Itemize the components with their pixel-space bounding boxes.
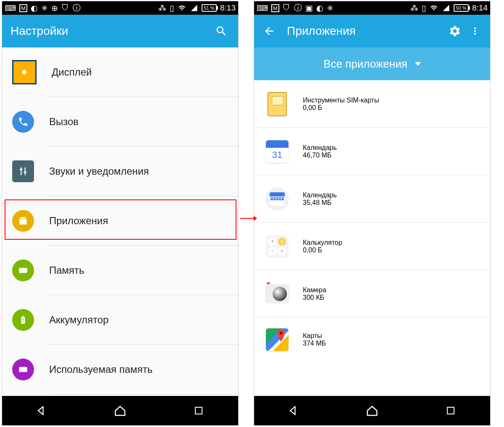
gmail-icon: M	[19, 4, 27, 12]
signal-icon	[442, 4, 450, 12]
settings-item-display[interactable]: Дисплей	[2, 47, 238, 97]
app-size: 46,70 МБ	[303, 152, 337, 159]
keyboard-icon: ⌨	[5, 3, 16, 13]
settings-button[interactable]	[445, 25, 465, 37]
globe-icon: ⊕	[51, 3, 58, 13]
settings-list: Дисплей Вызов Звуки и уведомления	[2, 47, 238, 396]
vibrate-icon: ▯	[170, 3, 174, 13]
settings-item-label: Вызов	[49, 116, 79, 128]
snowflake-icon: ✳	[41, 3, 48, 13]
bluetooth-icon: ⁂	[158, 3, 166, 13]
settings-item-label: Звуки и уведомления	[49, 165, 149, 177]
nav-recent-button[interactable]	[443, 403, 458, 418]
snowflake-icon: ✳	[327, 3, 333, 13]
settings-item-battery[interactable]: Аккумулятор	[2, 295, 238, 345]
memory-used-icon	[12, 359, 34, 380]
settings-item-label: Используемая память	[49, 364, 152, 375]
battery-icon: 51 %	[202, 4, 217, 12]
app-name: Камера	[303, 286, 326, 294]
image-icon: ▣	[305, 3, 313, 13]
nav-home-button[interactable]	[365, 403, 380, 418]
clock-text: 8:14	[472, 3, 488, 13]
app-size: 0,00 Б	[303, 246, 342, 254]
search-button[interactable]	[213, 25, 230, 37]
phone-right: ⌨ M ⛉ ⓘ ▣ ◐ ✳ ⁂ ▯ 50 % 8:14 Приложения	[254, 1, 491, 426]
vibrate-icon: ▯	[422, 3, 426, 13]
chevron-down-icon	[415, 62, 421, 66]
keyboard-icon: ⌨	[257, 3, 268, 13]
app-size: 35,48 МБ	[303, 199, 337, 207]
sliders-icon	[12, 160, 34, 182]
arrow-left-icon	[263, 25, 276, 37]
app-name: Календарь	[303, 144, 337, 152]
settings-item-apps[interactable]: Приложения	[2, 196, 238, 246]
memory-icon	[12, 259, 34, 281]
wifi-icon	[429, 4, 438, 12]
settings-item-used-memory[interactable]: Используемая память	[2, 345, 238, 394]
clock-text: 8:13	[220, 3, 236, 13]
call-icon	[12, 111, 34, 133]
gmail-icon: M	[271, 4, 279, 12]
status-right-icons: ⁂ ▯ 50 % 8:14	[410, 3, 488, 13]
phone-left: ⌨ M ◐ ✳ ⊕ ⛉ ⓘ ⁂ ▯ 51 % 8:13 Настройки	[2, 1, 239, 426]
settings-item-sounds[interactable]: Звуки и уведомления	[2, 147, 238, 196]
app-item-calendar[interactable]: Календарь 35,48 МБ	[254, 175, 490, 223]
wifi-icon	[177, 4, 186, 12]
app-item-google-calendar[interactable]: 31 Календарь 46,70 МБ	[254, 128, 490, 175]
shield-icon: ⛉	[283, 3, 291, 13]
battery-text: 50 %	[456, 5, 466, 10]
settings-item-call[interactable]: Вызов	[2, 97, 238, 147]
apps-icon	[12, 210, 34, 232]
page-title: Приложения	[279, 24, 445, 38]
more-vert-icon	[470, 26, 480, 37]
status-bar: ⌨ M ◐ ✳ ⊕ ⛉ ⓘ ⁂ ▯ 51 % 8:13	[2, 1, 238, 15]
google-maps-icon	[264, 327, 290, 353]
settings-item-label: Аккумулятор	[49, 314, 109, 326]
calculator-icon: + c − =	[264, 233, 290, 259]
nav-back-button[interactable]	[34, 403, 49, 418]
nav-back-button[interactable]	[286, 403, 301, 418]
app-item-maps[interactable]: Карты 374 МБ	[254, 317, 490, 362]
battery-icon	[12, 309, 34, 331]
back-button[interactable]	[259, 25, 279, 37]
shield-icon: ⛉	[61, 3, 69, 13]
status-bar: ⌨ M ⛉ ⓘ ▣ ◐ ✳ ⁂ ▯ 50 % 8:14	[254, 1, 490, 15]
app-bar: Приложения	[254, 15, 490, 47]
status-left-icons: ⌨ M ⛉ ⓘ ▣ ◐ ✳	[257, 3, 333, 13]
settings-item-memory[interactable]: Память	[2, 246, 238, 295]
app-size: 300 КБ	[303, 294, 326, 301]
nav-recent-button[interactable]	[191, 403, 206, 418]
overflow-button[interactable]	[465, 26, 485, 37]
svg-rect-0	[195, 407, 202, 414]
calendar-icon	[264, 186, 290, 212]
battery-text: 51 %	[204, 5, 214, 10]
svg-rect-2	[447, 407, 454, 414]
status-right-icons: ⁂ ▯ 51 % 8:13	[158, 3, 236, 13]
svg-point-1	[280, 331, 283, 334]
apps-list: Инструменты SIM-карты 0,00 Б 31 Календар…	[254, 80, 490, 396]
app-item-camera[interactable]: Камера 300 КБ	[254, 270, 490, 317]
battery-icon: 50 %	[454, 4, 469, 12]
bluetooth-icon: ⁂	[410, 3, 418, 13]
status-left-icons: ⌨ M ◐ ✳ ⊕ ⛉ ⓘ	[5, 3, 81, 13]
info-icon: ⓘ	[73, 3, 81, 13]
app-name: Календарь	[303, 191, 337, 199]
filter-dropdown[interactable]: Все приложения	[254, 47, 490, 80]
app-item-sim-tools[interactable]: Инструменты SIM-карты 0,00 Б	[254, 80, 490, 128]
app-item-calculator[interactable]: + c − = Калькулятор 0,00 Б	[254, 223, 490, 270]
settings-item-label: Дисплей	[52, 66, 92, 78]
camera-icon	[264, 281, 290, 307]
settings-item-label: Приложения	[49, 215, 108, 227]
info-icon: ⓘ	[294, 3, 302, 13]
incognito-icon: ◐	[316, 3, 323, 13]
nav-bar	[2, 396, 238, 425]
app-size: 0,00 Б	[303, 104, 379, 112]
app-name: Инструменты SIM-карты	[303, 97, 379, 104]
app-bar: Настройки	[2, 15, 238, 47]
app-name: Карты	[303, 332, 326, 340]
page-title: Настройки	[10, 24, 213, 38]
incognito-icon: ◐	[31, 3, 38, 13]
gear-icon	[449, 25, 461, 37]
search-icon	[215, 25, 228, 37]
nav-home-button[interactable]	[113, 403, 128, 418]
